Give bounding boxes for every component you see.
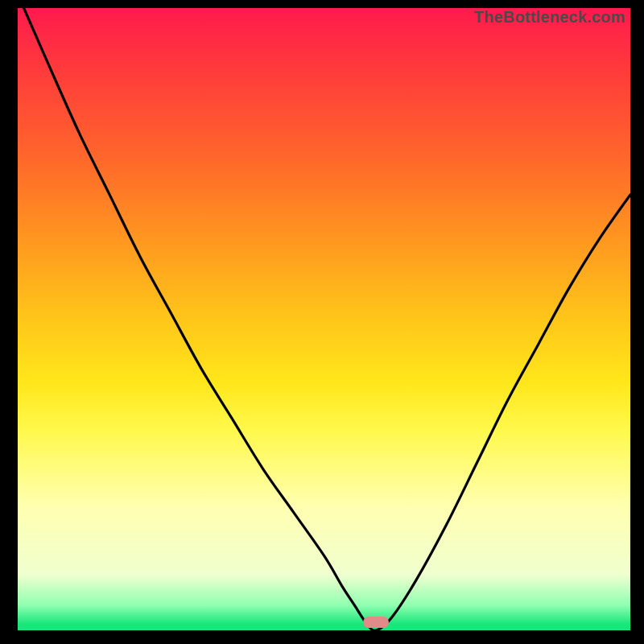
chart-frame: TheBottleneck.com — [0, 0, 644, 644]
plot-area: TheBottleneck.com — [18, 8, 630, 630]
minimum-marker — [363, 617, 389, 628]
bottleneck-curve — [18, 8, 630, 630]
